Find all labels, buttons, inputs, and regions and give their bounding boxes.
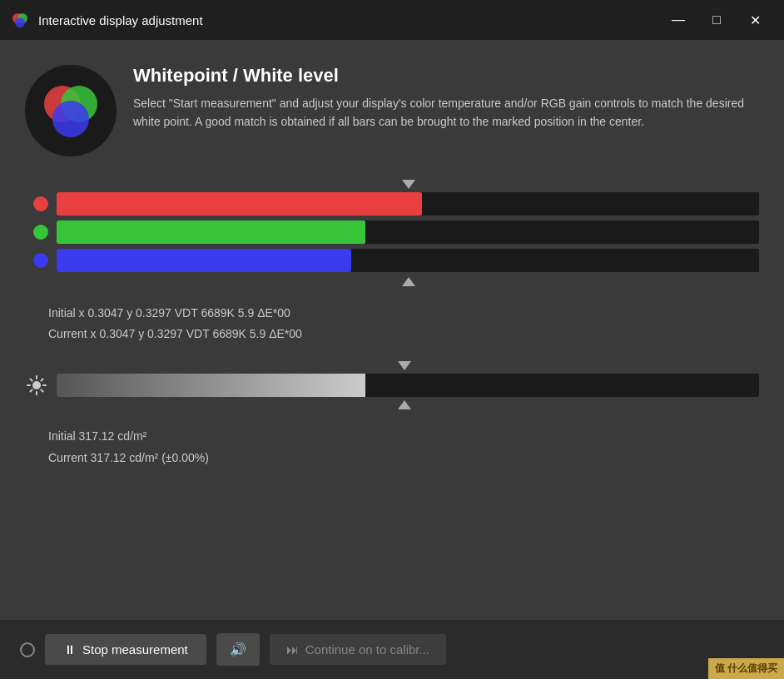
blue-bar-row bbox=[33, 249, 759, 272]
green-bar-track bbox=[57, 221, 759, 244]
page-title: Whitepoint / White level bbox=[133, 65, 759, 87]
brightness-triangle-up-icon bbox=[398, 400, 411, 409]
sun-icon bbox=[25, 374, 48, 397]
svg-line-14 bbox=[31, 390, 32, 392]
brightness-triangle-down-icon bbox=[398, 361, 411, 370]
initial-color-info: Initial x 0.3047 y 0.3297 VDT 6689K 5.9 … bbox=[48, 303, 759, 324]
stop-measurement-button[interactable]: ⏸ Stop measurement bbox=[45, 634, 206, 665]
color-bars-section bbox=[33, 180, 759, 286]
continue-label: Continue on to calibr... bbox=[305, 642, 429, 657]
red-dot bbox=[33, 196, 48, 211]
brightness-row bbox=[25, 374, 759, 397]
pause-icon: ⏸ bbox=[63, 642, 76, 657]
svg-line-11 bbox=[31, 379, 32, 381]
triangle-up-icon bbox=[402, 277, 415, 286]
maximize-button[interactable]: □ bbox=[697, 7, 736, 33]
brightness-section bbox=[25, 361, 759, 409]
current-brightness-info: Current 317.12 cd/m² (±0.00%) bbox=[48, 448, 759, 468]
brightness-info: Initial 317.12 cd/m² Current 317.12 cd/m… bbox=[48, 426, 759, 468]
bottom-bar: ⏸ Stop measurement 🔊 ⏭ Continue on to ca… bbox=[0, 620, 784, 679]
close-button[interactable]: ✕ bbox=[736, 7, 774, 33]
sound-button[interactable]: 🔊 bbox=[216, 633, 260, 666]
title-bar-title: Interactive display adjustment bbox=[38, 13, 203, 27]
page-description: Select "Start measurement" and adjust yo… bbox=[133, 95, 759, 131]
title-bar-controls: — □ ✕ bbox=[659, 7, 774, 33]
svg-point-5 bbox=[52, 101, 89, 137]
svg-point-2 bbox=[15, 17, 25, 27]
title-bar: Interactive display adjustment — □ ✕ bbox=[0, 0, 784, 40]
color-info: Initial x 0.3047 y 0.3297 VDT 6689K 5.9 … bbox=[48, 303, 759, 344]
skip-icon: ⏭ bbox=[286, 642, 299, 657]
bottom-center-marker bbox=[58, 277, 759, 286]
svg-point-6 bbox=[32, 381, 41, 389]
brightness-bar-track bbox=[57, 374, 759, 397]
blue-bar-track bbox=[57, 249, 759, 272]
blue-bar-fill bbox=[57, 249, 351, 272]
brightness-top-marker bbox=[50, 361, 759, 370]
sound-icon: 🔊 bbox=[230, 642, 246, 657]
triangle-down-icon bbox=[402, 180, 415, 189]
main-content: Whitepoint / White level Select "Start m… bbox=[0, 40, 784, 620]
svg-line-12 bbox=[41, 390, 42, 392]
red-bar-fill bbox=[57, 192, 422, 216]
app-icon bbox=[10, 10, 30, 30]
radio-button[interactable] bbox=[20, 642, 35, 657]
stop-measurement-label: Stop measurement bbox=[82, 642, 188, 657]
continue-button[interactable]: ⏭ Continue on to calibr... bbox=[270, 634, 446, 665]
header-row: Whitepoint / White level Select "Start m… bbox=[25, 65, 759, 156]
svg-line-13 bbox=[41, 379, 42, 381]
top-center-marker bbox=[58, 180, 759, 189]
logo-svg bbox=[37, 77, 104, 144]
green-bar-fill bbox=[57, 221, 365, 244]
green-bar-row bbox=[33, 221, 759, 244]
current-color-info: Current x 0.3047 y 0.3297 VDT 6689K 5.9 … bbox=[48, 324, 759, 344]
brightness-bottom-marker bbox=[50, 400, 759, 409]
red-bar-track bbox=[57, 192, 759, 216]
minimize-button[interactable]: — bbox=[659, 7, 697, 33]
logo-circle bbox=[25, 65, 117, 156]
header-text: Whitepoint / White level Select "Start m… bbox=[133, 65, 759, 131]
blue-dot bbox=[33, 253, 48, 268]
red-bar-row bbox=[33, 192, 759, 216]
brightness-bar-fill bbox=[57, 374, 365, 397]
title-bar-left: Interactive display adjustment bbox=[10, 10, 203, 30]
initial-brightness-info: Initial 317.12 cd/m² bbox=[48, 426, 759, 447]
green-dot bbox=[33, 225, 48, 240]
watermark: 值 什么值得买 bbox=[708, 658, 784, 679]
